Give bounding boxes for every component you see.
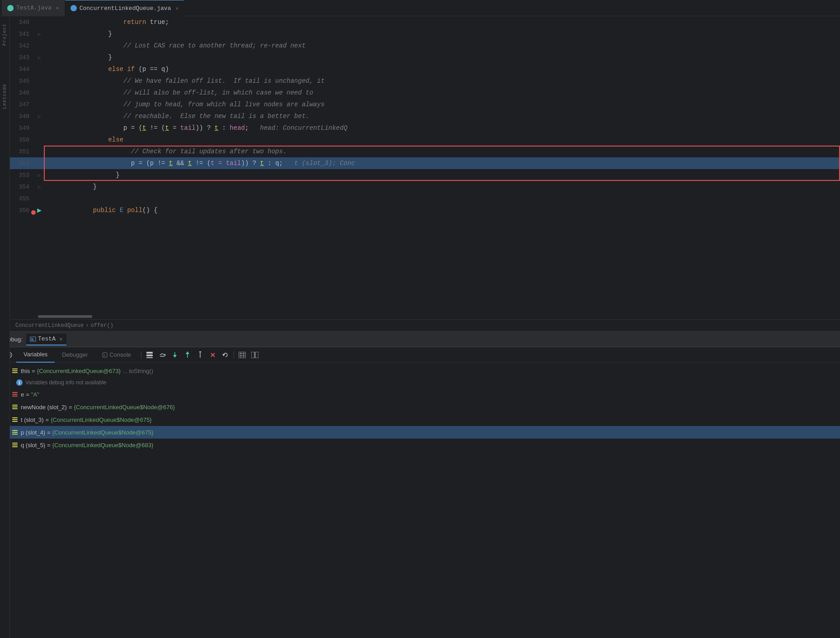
variable-type-icon	[11, 416, 19, 423]
breadcrumb: ConcurrentLinkedQueue › offer()	[10, 319, 840, 331]
step-into-icon	[171, 351, 178, 359]
variable-type-icon	[11, 391, 19, 397]
project-label: Project	[2, 24, 7, 46]
variable-type-icon	[11, 404, 19, 410]
step-over-button[interactable]	[157, 350, 168, 360]
stop-button[interactable]	[207, 350, 218, 360]
tab-testa-label: TestA.java	[16, 5, 52, 11]
svg-marker-16	[199, 351, 202, 352]
run-to-cursor-button[interactable]	[195, 350, 206, 360]
breadcrumb-method: offer()	[90, 322, 113, 329]
left-sidebar: Project Leetcode	[0, 16, 10, 638]
stop-icon	[210, 352, 216, 358]
debug-header: Debug: TestA ✕	[0, 332, 840, 347]
svg-rect-5	[103, 353, 107, 357]
list-item[interactable]: ▶ q (slot_5) = {ConcurrentLinkedQueue$No…	[0, 439, 840, 451]
step-out-button[interactable]	[182, 350, 193, 360]
table-row: 354 ▷ }	[10, 181, 840, 193]
tab-concurrent-label: ConcurrentLinkedQueue.java	[80, 5, 171, 12]
toolbar-separator-2	[234, 351, 234, 359]
fold-icon[interactable]: ▷	[38, 184, 41, 190]
tab-concurrent[interactable]: ConcurrentLinkedQueue.java ✕	[65, 0, 184, 16]
svg-marker-13	[186, 351, 189, 354]
svg-marker-9	[164, 354, 166, 356]
horizontal-scrollbar[interactable]	[20, 314, 834, 319]
restore2-icon	[222, 352, 229, 358]
breakpoint-dot	[31, 210, 36, 215]
leetcode-label: Leetcode	[2, 84, 7, 109]
list-item[interactable]: ▶ this = {ConcurrentLinkedQueue@673} ...…	[0, 364, 840, 377]
restore-layout-icon	[146, 351, 153, 359]
step-over-icon	[159, 351, 166, 359]
variables-panel: ▶ this = {ConcurrentLinkedQueue@673} ...…	[0, 363, 840, 638]
tab-testa[interactable]: TestA.java ✕	[2, 0, 65, 16]
svg-rect-7	[146, 354, 153, 356]
debug-panel: Debug: TestA ✕ Variables Deb	[0, 331, 840, 638]
columns-button[interactable]	[249, 350, 260, 360]
code-editor: 340 return true; 341 ▷ } 342 // Lost CAS…	[10, 16, 840, 319]
variable-type-icon	[11, 368, 19, 374]
fold-icon[interactable]: ▷	[38, 172, 41, 178]
table-row: 356 ▶ public E poll() {	[10, 204, 840, 216]
var-extra: ... toString()	[122, 368, 153, 374]
list-item: i Variables debug info not available	[0, 377, 840, 388]
breadcrumb-separator: ›	[85, 322, 89, 329]
debug-toolbar: Variables Debugger Console	[0, 347, 840, 363]
debug-tab-name-label: TestA	[38, 336, 56, 342]
var-lines-icon	[12, 369, 18, 373]
tab-console[interactable]: Console	[95, 347, 138, 363]
svg-marker-19	[222, 354, 225, 356]
svg-marker-12	[173, 355, 177, 358]
tab-debugger[interactable]: Debugger	[55, 347, 95, 363]
run-cursor-icon	[197, 351, 204, 359]
table-view-button[interactable]	[237, 350, 248, 360]
svg-rect-8	[146, 357, 153, 358]
svg-rect-25	[251, 352, 254, 358]
svg-rect-20	[239, 352, 246, 358]
debug-tabs: Variables Debugger Console	[16, 347, 138, 363]
step-into-button[interactable]	[169, 350, 180, 360]
info-text: Variables debug info not available	[25, 379, 106, 386]
svg-rect-0	[30, 337, 36, 341]
tab-concurrent-close[interactable]: ✕	[175, 5, 178, 11]
debug-console-icon	[30, 336, 36, 342]
code-content: 340 return true; 341 ▷ } 342 // Lost CAS…	[10, 16, 840, 319]
list-item[interactable]: ▶ p (slot_4) = {ConcurrentLinkedQueue$No…	[0, 426, 840, 439]
scrollbar-thumb[interactable]	[38, 315, 92, 318]
toolbar-separator	[141, 351, 141, 359]
fold-icon[interactable]: ▷	[38, 113, 41, 119]
list-item[interactable]: ▶ t (slot_3) = {ConcurrentLinkedQueue$No…	[0, 413, 840, 426]
columns-icon	[251, 352, 258, 358]
debug-session-tab[interactable]: TestA ✕	[26, 334, 66, 345]
svg-rect-26	[255, 352, 258, 358]
tab-testa-close[interactable]: ✕	[56, 5, 59, 11]
info-icon: i	[16, 379, 23, 386]
tab-bar: TestA.java ✕ ConcurrentLinkedQueue.java …	[0, 0, 840, 16]
svg-rect-6	[146, 352, 153, 354]
table-view-icon	[239, 352, 246, 358]
concurrent-icon	[70, 5, 77, 11]
debug-tab-close[interactable]: ✕	[59, 336, 63, 343]
list-item[interactable]: ▶ newNode (slot_2) = {ConcurrentLinkedQu…	[0, 401, 840, 413]
console-icon	[102, 352, 108, 358]
fold-icon[interactable]: ▷	[38, 55, 41, 61]
testa-icon	[7, 5, 14, 11]
restore-layout-button[interactable]	[144, 350, 155, 360]
restore2-button[interactable]	[220, 350, 231, 360]
step-out-icon	[184, 351, 191, 359]
variable-type-icon	[11, 429, 19, 435]
list-item[interactable]: ▶ e = "A"	[0, 388, 840, 401]
variable-type-icon	[11, 442, 19, 448]
tab-variables[interactable]: Variables	[16, 347, 55, 363]
fold-icon[interactable]: ▷	[38, 31, 41, 37]
breadcrumb-file: ConcurrentLinkedQueue	[15, 322, 84, 329]
